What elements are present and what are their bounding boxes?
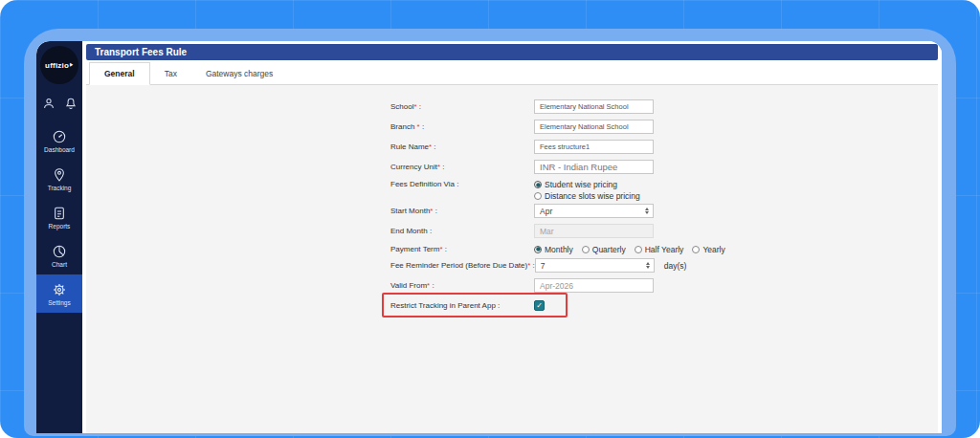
chart-icon xyxy=(52,244,67,259)
tab-general[interactable]: General xyxy=(89,62,150,85)
form-content: School* : Elementary National School Bra… xyxy=(86,85,938,433)
form-row-fee-reminder: Fee Reminder Period (Before Due Date)* :… xyxy=(390,258,938,273)
restrict-tracking-label: Restrict Tracking in Parent App : xyxy=(390,301,534,310)
radio-student-wise-pricing[interactable]: Student wise pricing xyxy=(534,180,640,189)
radio-selected-icon xyxy=(534,246,542,253)
window-titlebar: Transport Fees Rule xyxy=(86,44,938,60)
school-input[interactable]: Elementary National School xyxy=(534,99,654,114)
brand-logo: uffizio‣ xyxy=(40,46,78,84)
form-row-currency-unit: Currency Unit* : INR - Indian Rupee xyxy=(390,160,938,174)
form-row-rule-name: Rule Name* : Fees structure1 xyxy=(390,140,938,154)
spinner-icon xyxy=(645,208,649,214)
fees-definition-radio-group: Student wise pricing Distance slots wise… xyxy=(534,180,640,201)
form-row-fees-definition: Fees Definition Via : Student wise prici… xyxy=(390,180,938,201)
tab-tax[interactable]: Tax xyxy=(150,63,191,84)
form-row-branch: Branch * : Elementary National School xyxy=(390,120,938,134)
rule-name-input[interactable]: Fees structure1 xyxy=(534,140,654,154)
sidebar-item-reports[interactable]: Reports xyxy=(36,198,82,236)
currency-unit-label: Currency Unit* : xyxy=(390,163,534,171)
sidebar-quick-icons xyxy=(42,97,78,110)
payment-term-label: Payment Term* : xyxy=(390,245,534,253)
payment-term-radio-group: Monthly Quarterly Half Yearly Yearl xyxy=(534,245,725,254)
branch-label: Branch * : xyxy=(390,122,534,131)
sidebar-item-label: Settings xyxy=(48,299,71,306)
sidebar-item-label: Reports xyxy=(49,223,71,230)
sidebar-item-tracking[interactable]: Tracking xyxy=(36,160,82,198)
currency-unit-input[interactable]: INR - Indian Rupee xyxy=(534,160,654,174)
end-month-input: Mar xyxy=(534,224,654,238)
radio-quarterly[interactable]: Quarterly xyxy=(582,245,626,254)
brand-logo-text: uffizio‣ xyxy=(45,61,74,70)
form-row-payment-term: Payment Term* : Monthly Quarterly Hal xyxy=(390,244,938,254)
sidebar-item-label: Tracking xyxy=(48,185,72,191)
radio-unselected-icon xyxy=(635,246,642,253)
tab-gateways-charges[interactable]: Gateways charges xyxy=(191,63,287,84)
start-month-select[interactable]: Apr xyxy=(534,204,654,218)
radio-unselected-icon xyxy=(582,246,590,253)
radio-distance-slots-wise-pricing[interactable]: Distance slots wise pricing xyxy=(534,191,640,201)
form-row-school: School* : Elementary National School xyxy=(390,99,938,114)
branch-input[interactable]: Elementary National School xyxy=(534,120,654,134)
fee-reminder-unit: day(s) xyxy=(664,261,687,271)
fee-reminder-input[interactable]: 7 xyxy=(535,258,655,273)
tracking-icon xyxy=(52,167,67,183)
radio-monthly[interactable]: Monthly xyxy=(534,245,573,254)
radio-unselected-icon xyxy=(534,192,542,200)
bell-icon[interactable] xyxy=(64,97,78,110)
app-window: uffizio‣ Dashboard xyxy=(36,41,942,433)
reports-icon xyxy=(52,206,67,221)
sidebar: uffizio‣ Dashboard xyxy=(36,41,82,433)
fees-definition-label: Fees Definition Via : xyxy=(390,180,534,188)
radio-selected-icon xyxy=(534,181,542,188)
restrict-tracking-checkbox[interactable]: ✓ xyxy=(534,300,545,311)
form-row-valid-from: Valid From* : Apr-2026 xyxy=(390,278,938,293)
dashboard-icon xyxy=(52,129,67,144)
end-month-label: End Month : xyxy=(390,227,534,235)
sidebar-item-dashboard[interactable]: Dashboard xyxy=(36,121,82,160)
sidebar-item-chart[interactable]: Chart xyxy=(36,236,82,274)
gear-icon xyxy=(52,282,67,297)
radio-yearly[interactable]: Yearly xyxy=(692,245,724,254)
user-icon[interactable] xyxy=(42,97,56,110)
start-month-label: Start Month* : xyxy=(390,207,534,215)
background: uffizio‣ Dashboard xyxy=(0,0,980,438)
tab-bar: General Tax Gateways charges xyxy=(86,60,938,85)
page-title: Transport Fees Rule xyxy=(95,47,187,57)
sidebar-item-settings[interactable]: Settings xyxy=(36,274,82,313)
radio-unselected-icon xyxy=(692,246,700,253)
radio-half-yearly[interactable]: Half Yearly xyxy=(635,245,684,254)
school-label: School* : xyxy=(390,102,534,111)
form-row-end-month: End Month : Mar xyxy=(390,224,938,238)
fee-reminder-label: Fee Reminder Period (Before Due Date)* : xyxy=(390,261,535,270)
main-panel: Transport Fees Rule General Tax Gateways… xyxy=(82,41,942,433)
valid-from-input[interactable]: Apr-2026 xyxy=(534,278,654,293)
sidebar-item-label: Chart xyxy=(52,261,67,268)
sidebar-item-label: Dashboard xyxy=(44,146,75,153)
form-row-restrict-tracking: Restrict Tracking in Parent App : ✓ xyxy=(390,298,938,313)
valid-from-label: Valid From* : xyxy=(390,281,534,290)
rule-name-label: Rule Name* : xyxy=(390,142,534,151)
form-row-start-month: Start Month* : Apr xyxy=(390,204,938,218)
sidebar-nav: Dashboard Tracking Reports xyxy=(36,121,82,313)
spinner-icon xyxy=(646,262,650,269)
